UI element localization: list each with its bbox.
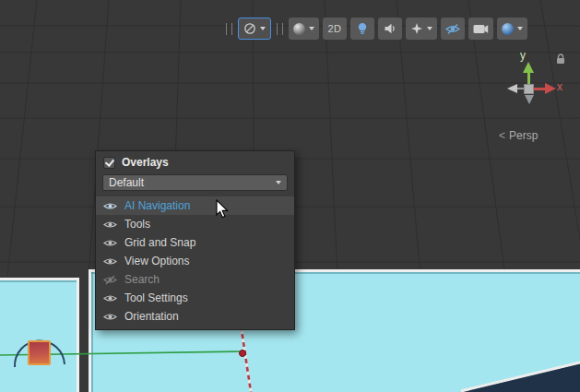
overlays-menu-item-tool-settings[interactable]: Tool Settings — [96, 289, 294, 307]
toolbar-drag-handle[interactable] — [226, 23, 232, 35]
visibility-eye-icon[interactable] — [103, 201, 117, 211]
axis-negative-x-cone[interactable] — [507, 84, 517, 93]
overlays-dropdown-button[interactable] — [238, 18, 271, 40]
effects-dropdown-button[interactable] — [406, 18, 437, 40]
menu-item-label: Orientation — [124, 310, 179, 323]
menu-item-label: Grid and Snap — [124, 236, 195, 249]
caret-down-icon — [309, 27, 314, 30]
axis-negative-x-stem — [517, 88, 524, 89]
overlays-enabled-checkbox[interactable] — [103, 157, 115, 169]
scene-floor-left — [0, 278, 79, 392]
scene-lighting-toggle-button[interactable] — [350, 18, 374, 40]
overlays-preset-dropdown[interactable]: Default — [102, 174, 288, 191]
overlays-menu-item-search[interactable]: Search — [96, 270, 294, 289]
caret-down-icon — [276, 181, 281, 184]
overlays-compass-icon — [243, 22, 256, 35]
effects-star-icon — [410, 22, 423, 35]
audio-speaker-icon — [384, 22, 397, 35]
visibility-eye-slash-icon[interactable] — [103, 275, 117, 285]
2d-toggle-button[interactable]: 2D — [323, 18, 347, 40]
projection-mode-label[interactable]: <Persp — [499, 129, 538, 142]
caret-down-icon — [260, 27, 266, 30]
orientation-gizmo: y x — [496, 50, 579, 119]
axis-x-cone[interactable] — [545, 83, 556, 94]
menu-item-label: Search — [124, 273, 160, 286]
overlays-menu-item-tools[interactable]: Tools — [96, 215, 294, 233]
visibility-eye-icon[interactable] — [103, 220, 117, 230]
overlays-menu-item-orientation[interactable]: Orientation — [96, 307, 294, 326]
shading-sphere-icon — [293, 23, 305, 35]
axis-negative-y-cone[interactable] — [525, 95, 534, 104]
menu-item-label: View Options — [124, 255, 189, 267]
menu-item-label: Tools — [124, 218, 150, 231]
axis-y-label: y — [520, 49, 526, 62]
selected-scene-object[interactable] — [28, 340, 51, 365]
visibility-eye-icon[interactable] — [103, 256, 117, 267]
scene-visibility-eye-slash-icon — [445, 23, 460, 35]
caret-down-icon — [517, 27, 523, 30]
visibility-eye-icon[interactable] — [103, 312, 117, 322]
scene-view-toolbar: 2D — [224, 18, 527, 40]
gizmos-dropdown-button[interactable] — [497, 18, 527, 40]
gizmo-lock-icon[interactable] — [556, 53, 565, 65]
camera-icon — [473, 23, 489, 35]
toolbar-drag-handle[interactable] — [277, 23, 283, 35]
lightbulb-icon — [356, 22, 369, 35]
unity-scene-view[interactable]: 2D — [0, 0, 580, 392]
overlays-popup-menu: Overlays Default AI Navigation Tools — [95, 150, 295, 330]
ortho-toggle-arrow[interactable]: < — [499, 129, 505, 142]
overlays-menu-title: Overlays — [122, 156, 169, 169]
visibility-eye-icon[interactable] — [103, 238, 117, 248]
caret-down-icon — [427, 27, 432, 30]
overlays-menu-header: Overlays — [96, 151, 294, 172]
shading-mode-dropdown-button[interactable] — [289, 18, 319, 40]
preset-dropdown-value: Default — [109, 176, 144, 189]
scene-visibility-toggle-button[interactable] — [441, 18, 465, 40]
overlays-menu-item-view-options[interactable]: View Options — [96, 252, 294, 270]
axis-y-stem — [527, 73, 530, 84]
visibility-eye-icon[interactable] — [103, 293, 117, 303]
overlays-menu-item-ai-navigation[interactable]: AI Navigation — [96, 196, 294, 215]
overlays-menu-item-grid-and-snap[interactable]: Grid and Snap — [96, 233, 294, 252]
scene-camera-settings-button[interactable] — [468, 18, 493, 40]
axis-x-label: x — [557, 80, 562, 93]
gizmos-sphere-icon — [502, 23, 514, 35]
2d-label: 2D — [327, 23, 341, 34]
audio-toggle-button[interactable] — [378, 18, 402, 40]
axis-y-cone[interactable] — [523, 62, 534, 73]
axis-x-stem — [534, 88, 545, 90]
menu-item-label: Tool Settings — [124, 291, 188, 304]
gizmo-center-cube[interactable] — [524, 84, 534, 94]
menu-item-label: AI Navigation — [124, 199, 190, 212]
